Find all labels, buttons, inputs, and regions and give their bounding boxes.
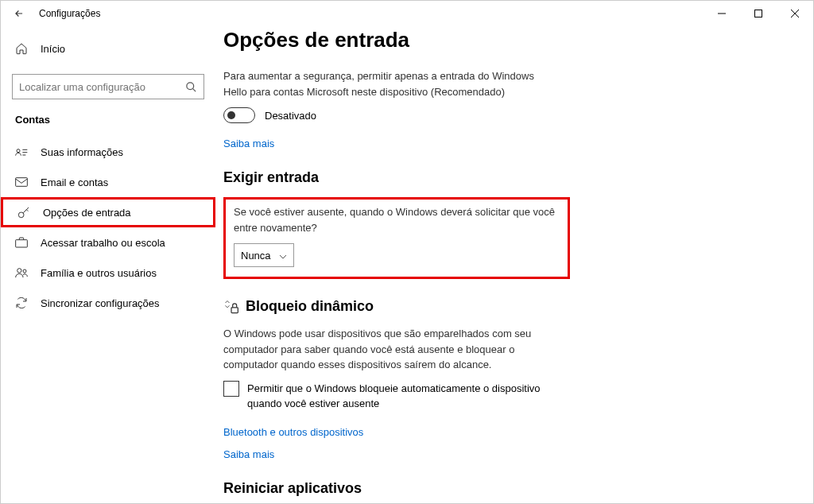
toggle-state-label: Desativado bbox=[265, 110, 316, 122]
sidebar-item-label: Email e contas bbox=[41, 176, 108, 188]
sidebar: Início Contas Suas informações Email e c… bbox=[1, 26, 215, 503]
sidebar-item-your-info[interactable]: Suas informações bbox=[1, 137, 215, 167]
svg-rect-1 bbox=[755, 10, 762, 17]
require-signin-callout: Se você estiver ausente, quando o Window… bbox=[223, 197, 570, 279]
dynamic-lock-heading: Bloqueio dinâmico bbox=[223, 298, 781, 315]
sidebar-item-signin-options[interactable]: Opções de entrada bbox=[1, 197, 215, 227]
chevron-down-icon bbox=[279, 250, 287, 262]
window-controls bbox=[704, 1, 813, 26]
dynamic-lock-heading-text: Bloqueio dinâmico bbox=[246, 298, 374, 315]
svg-rect-12 bbox=[16, 240, 28, 247]
key-icon bbox=[17, 206, 30, 219]
svg-rect-15 bbox=[231, 307, 238, 312]
close-button[interactable] bbox=[777, 1, 813, 26]
search-input[interactable] bbox=[19, 81, 185, 93]
sidebar-item-work-school[interactable]: Acessar trabalho ou escola bbox=[1, 227, 215, 258]
home-button[interactable]: Início bbox=[1, 34, 215, 63]
minimize-button[interactable] bbox=[704, 1, 740, 26]
hello-toggle-row: Desativado bbox=[223, 107, 781, 123]
learn-more-link-2[interactable]: Saiba mais bbox=[223, 448, 274, 460]
window-title: Configurações bbox=[39, 8, 100, 19]
sidebar-item-family[interactable]: Família e outros usuários bbox=[1, 258, 215, 288]
svg-rect-10 bbox=[16, 178, 28, 187]
bluetooth-link[interactable]: Bluetooth e outros dispositivos bbox=[223, 426, 363, 438]
sidebar-item-sync[interactable]: Sincronizar configurações bbox=[1, 288, 215, 318]
sidebar-item-label: Sincronizar configurações bbox=[41, 297, 160, 309]
svg-point-13 bbox=[17, 269, 21, 273]
require-signin-dropdown[interactable]: Nunca bbox=[234, 243, 294, 267]
dynamic-lock-checkbox[interactable] bbox=[223, 381, 239, 397]
briefcase-icon bbox=[15, 237, 28, 248]
dynamic-lock-checkbox-row: Permitir que o Windows bloqueie automati… bbox=[223, 381, 541, 412]
search-input-container[interactable] bbox=[12, 74, 204, 99]
titlebar: Configurações bbox=[1, 1, 813, 26]
sidebar-item-label: Opções de entrada bbox=[43, 207, 131, 219]
svg-point-11 bbox=[18, 212, 24, 218]
back-button[interactable] bbox=[9, 8, 29, 19]
sidebar-item-label: Família e outros usuários bbox=[41, 267, 157, 279]
home-label: Início bbox=[41, 43, 65, 55]
dynamic-lock-icon bbox=[223, 299, 239, 315]
page-title: Opções de entrada bbox=[223, 28, 781, 52]
sync-icon bbox=[15, 297, 28, 309]
main-content: Opções de entrada Para aumentar a segura… bbox=[215, 26, 813, 503]
search-icon bbox=[185, 81, 197, 93]
svg-point-14 bbox=[23, 269, 26, 273]
mail-icon bbox=[15, 177, 28, 187]
sidebar-section-header: Contas bbox=[1, 114, 215, 137]
sidebar-item-label: Suas informações bbox=[41, 146, 123, 158]
hello-toggle[interactable] bbox=[223, 107, 255, 123]
dynamic-lock-desc: O Windows pode usar dispositivos que são… bbox=[223, 326, 557, 373]
restart-apps-heading: Reiniciar aplicativos bbox=[223, 480, 781, 497]
person-card-icon bbox=[15, 147, 28, 157]
require-signin-desc: Se você estiver ausente, quando o Window… bbox=[234, 204, 560, 235]
svg-point-4 bbox=[187, 82, 194, 89]
people-icon bbox=[15, 267, 28, 278]
learn-more-link[interactable]: Saiba mais bbox=[223, 138, 274, 149]
security-description: Para aumentar a segurança, permitir apen… bbox=[223, 68, 557, 99]
svg-line-5 bbox=[192, 88, 196, 91]
svg-point-6 bbox=[17, 149, 20, 153]
dynamic-lock-checkbox-label: Permitir que o Windows bloqueie automati… bbox=[247, 381, 541, 412]
dropdown-value: Nunca bbox=[241, 250, 271, 262]
require-signin-heading: Exigir entrada bbox=[223, 169, 781, 186]
sidebar-item-label: Acessar trabalho ou escola bbox=[41, 237, 165, 249]
maximize-button[interactable] bbox=[740, 1, 777, 26]
sidebar-item-email[interactable]: Email e contas bbox=[1, 167, 215, 197]
home-icon bbox=[15, 42, 28, 55]
